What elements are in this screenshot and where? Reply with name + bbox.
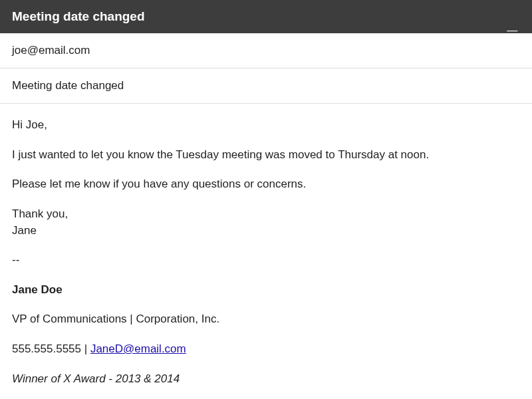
to-value: joe@email.com [12, 44, 90, 57]
signature-email-link[interactable]: JaneD@email.com [90, 342, 186, 355]
body-closing2: Jane [12, 223, 520, 239]
signature-phone: 555.555.5555 [12, 342, 81, 355]
signature-name: Jane Doe [12, 282, 520, 299]
subject-value: Meeting date changed [12, 79, 124, 92]
signature-separator: -- [12, 252, 520, 269]
body-line1: I just wanted to let you know the Tuesda… [12, 147, 520, 164]
body-closing1: Thank you, [12, 206, 520, 223]
signature-award: Winner of X Award - 2013 & 2014 [12, 371, 520, 388]
signature-divider: | [81, 342, 90, 355]
minimize-icon[interactable]: _ [504, 20, 520, 27]
to-field[interactable]: joe@email.com [0, 33, 532, 68]
message-body[interactable]: Hi Joe, I just wanted to let you know th… [0, 104, 532, 399]
signature-block: -- Jane Doe VP of Communications | Corpo… [12, 252, 520, 387]
body-line2: Please let me know if you have any quest… [12, 176, 520, 193]
compose-title: Meeting date changed [12, 9, 145, 24]
subject-field[interactable]: Meeting date changed [0, 68, 532, 104]
signature-contact: 555.555.5555 | JaneD@email.com [12, 341, 520, 358]
compose-header: Meeting date changed _ [0, 0, 532, 33]
body-greeting: Hi Joe, [12, 117, 520, 134]
signature-title: VP of Communications | Corporation, Inc. [12, 311, 520, 328]
